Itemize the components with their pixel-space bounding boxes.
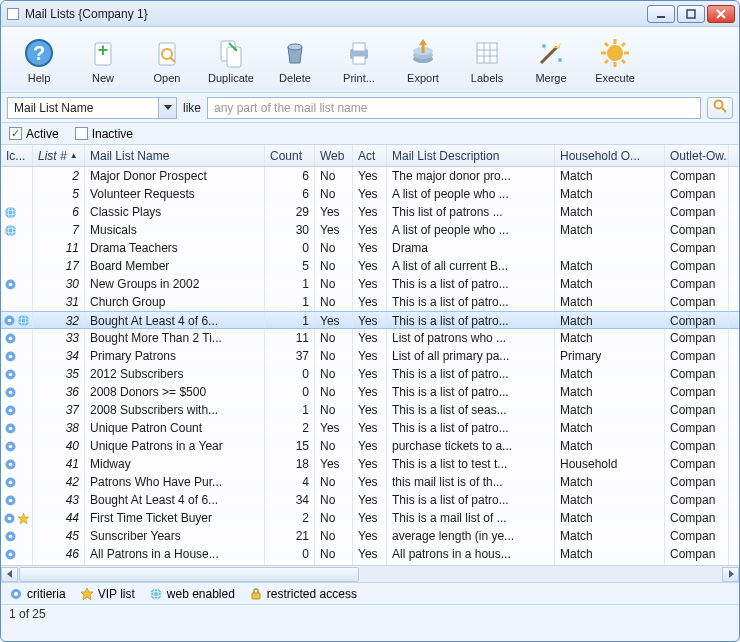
cell-icons bbox=[1, 203, 33, 221]
toolbar-export-button[interactable]: Export bbox=[391, 30, 455, 90]
chevron-down-icon[interactable] bbox=[158, 98, 176, 118]
cell-listnum: 2 bbox=[33, 167, 85, 185]
cell-name: Bought At Least 4 of 6... bbox=[85, 312, 265, 328]
col-act[interactable]: Act bbox=[353, 145, 387, 166]
close-button[interactable] bbox=[707, 5, 735, 23]
toolbar-label: Print... bbox=[343, 72, 375, 84]
cell-web: No bbox=[315, 185, 353, 203]
table-row[interactable]: 5Volunteer Requests6NoYesA list of peopl… bbox=[1, 185, 739, 203]
svg-text:+: + bbox=[98, 40, 109, 60]
cell-icons bbox=[1, 491, 33, 509]
table-row[interactable]: 372008 Subscribers with...1NoYesThis is … bbox=[1, 401, 739, 419]
horizontal-scrollbar[interactable] bbox=[1, 565, 739, 582]
cell-outlet: Compan bbox=[665, 401, 729, 419]
maximize-button[interactable] bbox=[677, 5, 705, 23]
cell-desc: This is a list of patro... bbox=[387, 491, 555, 509]
svg-marker-77 bbox=[18, 513, 29, 524]
toolbar-delete-button[interactable]: Delete bbox=[263, 30, 327, 90]
svg-rect-96 bbox=[252, 593, 260, 599]
cell-outlet: Compan bbox=[665, 527, 729, 545]
table-row[interactable]: 38Unique Patron Count2YesYesThis is a li… bbox=[1, 419, 739, 437]
svg-point-56 bbox=[8, 336, 12, 340]
scroll-left-button[interactable] bbox=[1, 567, 18, 582]
cell-listnum: 6 bbox=[33, 203, 85, 221]
print-icon bbox=[342, 36, 376, 70]
crit-icon bbox=[3, 367, 17, 381]
svg-rect-22 bbox=[477, 43, 497, 63]
crit-icon bbox=[3, 277, 17, 291]
col-icons[interactable]: Ic... bbox=[1, 145, 33, 166]
cell-desc: This is a list of patro... bbox=[387, 365, 555, 383]
cell-act: Yes bbox=[353, 383, 387, 401]
table-row[interactable]: 2Major Donor Prospect6NoYesThe major don… bbox=[1, 167, 739, 185]
cell-count: 18 bbox=[265, 455, 315, 473]
titlebar-checkbox[interactable] bbox=[7, 8, 19, 20]
table-row[interactable]: 11Drama Teachers0NoYesDramaCompan bbox=[1, 239, 739, 257]
table-row[interactable]: 43Bought At Least 4 of 6...34NoYesThis i… bbox=[1, 491, 739, 509]
toolbar-label: New bbox=[92, 72, 114, 84]
scroll-track[interactable] bbox=[18, 567, 722, 582]
toolbar-help-button[interactable]: ?Help bbox=[7, 30, 71, 90]
table-row[interactable]: 7Musicals30YesYesA list of people who ..… bbox=[1, 221, 739, 239]
cell-listnum: 44 bbox=[33, 509, 85, 527]
scroll-thumb[interactable] bbox=[19, 567, 359, 582]
table-row[interactable]: 33Bought More Than 2 Ti...11NoYesList of… bbox=[1, 329, 739, 347]
cell-web: Yes bbox=[315, 221, 353, 239]
crit-icon bbox=[3, 331, 17, 345]
table-row[interactable]: 44First Time Ticket Buyer2NoYesThis is a… bbox=[1, 509, 739, 527]
cell-house: Match bbox=[555, 185, 665, 203]
cell-icons bbox=[1, 383, 33, 401]
crit-icon bbox=[3, 349, 17, 363]
svg-point-52 bbox=[18, 315, 29, 326]
table-row[interactable]: 45Sunscriber Years21NoYesaverage length … bbox=[1, 527, 739, 545]
cell-name: New Groups in 2002 bbox=[85, 275, 265, 293]
toolbar-duplicate-button[interactable]: Duplicate bbox=[199, 30, 263, 90]
filter-field-combo[interactable]: Mail List Name bbox=[7, 97, 177, 119]
table-row[interactable]: 42Patrons Who Have Pur...4NoYesthis mail… bbox=[1, 473, 739, 491]
scroll-right-button[interactable] bbox=[722, 567, 739, 582]
web-icon bbox=[17, 313, 30, 327]
col-house[interactable]: Household O... bbox=[555, 145, 665, 166]
table-row[interactable]: 17Board Member5NoYesA list of all curren… bbox=[1, 257, 739, 275]
cell-listnum: 31 bbox=[33, 293, 85, 311]
cell-desc: This is a list of patro... bbox=[387, 419, 555, 437]
table-row[interactable]: 40Unique Patrons in a Year15NoYespurchas… bbox=[1, 437, 739, 455]
col-listnum[interactable]: List #▲ bbox=[33, 145, 85, 166]
toolbar-merge-button[interactable]: Merge bbox=[519, 30, 583, 90]
svg-marker-21 bbox=[419, 39, 427, 45]
cell-outlet: Compan bbox=[665, 293, 729, 311]
table-row[interactable]: 34Primary Patrons37NoYesList of all prim… bbox=[1, 347, 739, 365]
table-row[interactable]: 6Classic Plays29YesYesThis list of patro… bbox=[1, 203, 739, 221]
active-checkbox[interactable]: Active bbox=[9, 127, 59, 141]
col-desc[interactable]: Mail List Description bbox=[387, 145, 555, 166]
search-icon bbox=[712, 98, 728, 117]
table-row[interactable]: 31Church Group1NoYesThis is a list of pa… bbox=[1, 293, 739, 311]
cell-name: Church Group bbox=[85, 293, 265, 311]
minimize-button[interactable] bbox=[647, 5, 675, 23]
cell-listnum: 30 bbox=[33, 275, 85, 293]
col-outlet[interactable]: Outlet-Ow... bbox=[665, 145, 729, 166]
col-count[interactable]: Count bbox=[265, 145, 315, 166]
table-row[interactable]: 352012 Subscribers0NoYesThis is a list o… bbox=[1, 365, 739, 383]
table-row[interactable]: 46All Patrons in a House...0NoYesAll pat… bbox=[1, 545, 739, 563]
table-row[interactable]: 30New Groups in 20021NoYesThis is a list… bbox=[1, 275, 739, 293]
cell-listnum: 38 bbox=[33, 419, 85, 437]
col-web[interactable]: Web bbox=[315, 145, 353, 166]
cell-web: No bbox=[315, 383, 353, 401]
cell-listnum: 11 bbox=[33, 239, 85, 257]
toolbar-print-button[interactable]: Print... bbox=[327, 30, 391, 90]
search-input[interactable] bbox=[208, 101, 700, 115]
inactive-checkbox[interactable]: Inactive bbox=[75, 127, 133, 141]
search-button[interactable] bbox=[707, 97, 733, 119]
table-row[interactable]: 362008 Donors >= $5000NoYesThis is a lis… bbox=[1, 383, 739, 401]
svg-line-39 bbox=[605, 60, 608, 63]
toolbar-open-button[interactable]: Open bbox=[135, 30, 199, 90]
table-row[interactable]: 41Midway18YesYesThis is a list to test t… bbox=[1, 455, 739, 473]
col-name[interactable]: Mail List Name bbox=[85, 145, 265, 166]
toolbar-execute-button[interactable]: Execute bbox=[583, 30, 647, 90]
toolbar-labels-button[interactable]: Labels bbox=[455, 30, 519, 90]
table-row[interactable]: 32Bought At Least 4 of 6...1YesYesThis i… bbox=[1, 311, 739, 329]
svg-line-38 bbox=[622, 43, 625, 46]
crit-icon bbox=[3, 457, 17, 471]
toolbar-new-button[interactable]: +New bbox=[71, 30, 135, 90]
